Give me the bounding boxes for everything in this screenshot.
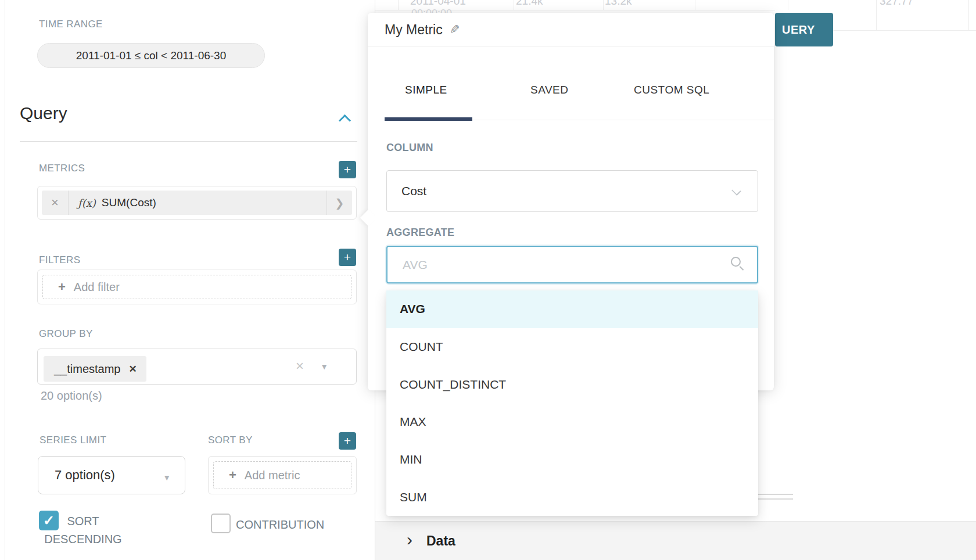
clear-select-icon[interactable]: × — [296, 358, 304, 374]
panel-border — [5, 0, 5, 560]
table-grid-line — [968, 0, 969, 30]
metric-pill[interactable]: × ƒ(x) SUM(Cost) ❯ — [42, 191, 352, 215]
function-icon: ƒ(x) — [78, 197, 96, 209]
table-grid-line — [695, 0, 695, 10]
metrics-field: × ƒ(x) SUM(Cost) ❯ — [37, 186, 357, 220]
group-by-tag: __timestamp ✕ — [44, 356, 146, 382]
aggregate-option-sum[interactable]: SUM — [386, 478, 758, 516]
metric-name: SUM(Cost) — [102, 196, 156, 209]
aggregate-option-count[interactable]: COUNT — [386, 328, 758, 366]
data-panel-title: Data — [426, 533, 455, 549]
aggregate-input[interactable]: AVG — [386, 246, 758, 283]
tab-simple[interactable]: SIMPLE — [405, 84, 447, 96]
table-cell-value: 21.4k — [516, 0, 543, 8]
table-grid-line — [876, 0, 877, 30]
chevron-down-icon — [731, 186, 741, 196]
section-divider — [20, 141, 357, 142]
run-query-button[interactable]: UERY — [775, 13, 833, 46]
contribution-label: CONTRIBUTION — [236, 516, 324, 534]
tab-custom-sql[interactable]: CUSTOM SQL — [634, 84, 709, 96]
sort-descending-label: SORT DESCENDING — [34, 512, 132, 548]
filters-label: FILTERS — [39, 254, 80, 266]
contribution-checkbox[interactable] — [211, 514, 231, 533]
chevron-right-icon[interactable]: ❯ — [326, 191, 352, 215]
chevron-right-icon: › — [407, 531, 412, 548]
table-row-line — [833, 30, 976, 31]
add-filter-placeholder: Add filter — [74, 281, 120, 294]
data-panel-toggle[interactable]: › Data — [407, 522, 455, 560]
sort-by-label: SORT BY — [208, 435, 253, 446]
aggregate-placeholder: AVG — [403, 258, 428, 272]
table-grid-line — [398, 0, 399, 10]
table-grid-line — [788, 0, 788, 10]
chevron-up-icon[interactable] — [340, 114, 350, 123]
filters-field: + Add filter — [37, 270, 357, 304]
metric-main[interactable]: ƒ(x) SUM(Cost) — [69, 191, 326, 215]
column-label: COLUMN — [386, 142, 433, 154]
active-tab-underline — [385, 117, 472, 121]
time-range-pill[interactable]: 2011-01-01 ≤ col < 2011-06-30 — [37, 43, 265, 68]
aggregate-dropdown: AVG COUNT COUNT_DISTINCT MAX MIN SUM — [386, 290, 758, 516]
add-metric-placeholder: Add metric — [245, 469, 300, 482]
tab-saved[interactable]: SAVED — [530, 84, 569, 96]
group-by-tag-label: __timestamp — [54, 362, 121, 376]
aggregate-option-max[interactable]: MAX — [386, 403, 758, 441]
aggregate-option-min[interactable]: MIN — [386, 441, 758, 479]
remove-metric-icon[interactable]: × — [42, 191, 69, 215]
add-filter-dropzone[interactable]: + Add filter — [42, 275, 351, 299]
run-query-label: UERY — [782, 23, 815, 37]
splitter-grip-line — [757, 498, 793, 500]
table-grid-line — [603, 0, 604, 10]
aggregate-label: AGGREGATE — [386, 227, 454, 239]
series-limit-value: 7 option(s) — [55, 468, 115, 483]
query-control-panel: TIME RANGE 2011-01-01 ≤ col < 2011-06-30… — [0, 0, 375, 560]
query-section-title: Query — [20, 103, 67, 123]
series-limit-select[interactable]: 7 option(s) ▼ — [38, 456, 185, 494]
table-grid-line — [514, 0, 514, 10]
search-icon — [731, 257, 741, 267]
plus-icon: + — [229, 468, 236, 483]
splitter-grip-line — [757, 494, 793, 495]
add-filter-button[interactable]: + — [339, 249, 356, 266]
popover-header: My Metric ✎ — [368, 13, 774, 47]
plus-icon: + — [58, 279, 66, 295]
table-cell-value: 327.77 — [880, 0, 913, 8]
group-by-options-hint: 20 option(s) — [41, 389, 102, 403]
time-range-label: TIME RANGE — [39, 19, 103, 30]
group-by-label: GROUP BY — [39, 328, 93, 340]
data-panel: › Data — [375, 521, 976, 560]
series-limit-label: SERIES LIMIT — [40, 435, 106, 446]
table-cell-value: 13.2k — [605, 0, 631, 8]
caret-down-icon: ▼ — [163, 473, 171, 482]
popover-title: My Metric — [385, 22, 443, 38]
edit-title-icon[interactable]: ✎ — [450, 23, 460, 37]
add-sort-metric-dropzone[interactable]: + Add metric — [213, 461, 351, 489]
column-value: Cost — [401, 184, 426, 198]
explore-screen: 2011-04-01 21.4k 13.2k 327.77 00:00:00 U… — [0, 0, 976, 560]
aggregate-option-count-distinct[interactable]: COUNT_DISTINCT — [386, 365, 758, 403]
column-select[interactable]: Cost — [386, 170, 758, 212]
add-metric-button[interactable]: + — [339, 161, 356, 178]
group-by-select[interactable]: __timestamp ✕ × ▼ — [37, 349, 357, 385]
table-cell-timestamp: 2011-04-01 — [410, 0, 466, 8]
add-sort-metric-button[interactable]: + — [339, 432, 356, 450]
sort-by-field: + Add metric — [208, 456, 357, 494]
metrics-label: METRICS — [39, 163, 85, 174]
aggregate-option-avg[interactable]: AVG — [386, 290, 758, 328]
remove-tag-icon[interactable]: ✕ — [129, 363, 137, 375]
caret-down-icon[interactable]: ▼ — [320, 362, 328, 371]
